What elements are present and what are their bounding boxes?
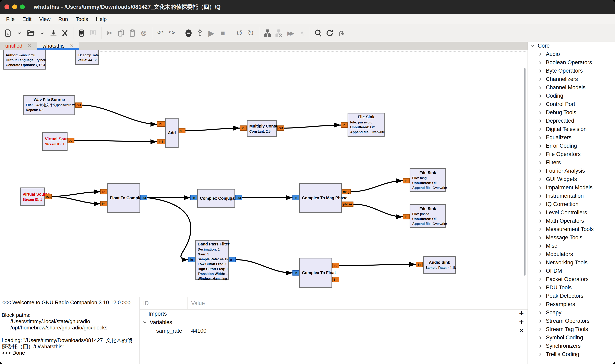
- column-header-id[interactable]: ID: [143, 300, 149, 306]
- sidebar-item-gui-widgets[interactable]: GUI Widgets: [528, 175, 615, 183]
- chevron-right-icon[interactable]: [538, 177, 543, 182]
- complex-conjugate-block[interactable]: Complex Conjugate: [197, 189, 235, 208]
- file-sink-password-block-port-in[interactable]: in: [341, 122, 348, 128]
- complex-conjugate-block-port-in[interactable]: in: [190, 195, 197, 200]
- complex-to-float-block-port-re[interactable]: re: [332, 263, 339, 268]
- fast-forward-icon[interactable]: ▶▶: [286, 27, 295, 39]
- sidebar-item-peak-detectors[interactable]: Peak Detectors: [528, 292, 615, 300]
- delete-icon[interactable]: ⊗: [139, 27, 148, 39]
- add-block[interactable]: Add: [165, 118, 179, 148]
- chevron-right-icon[interactable]: [538, 93, 543, 98]
- file-sink-mag-block[interactable]: File SinkFile: magUnbuffered: OffAppend …: [410, 168, 446, 192]
- band-pass-filter-block[interactable]: Band Pass FilterDecimation: 1Gain: 1Samp…: [195, 240, 229, 280]
- wav-file-source-block-port-out[interactable]: out: [75, 103, 82, 108]
- complex-conjugate-block-port-out[interactable]: out: [235, 195, 242, 200]
- chevron-right-icon[interactable]: [538, 310, 543, 315]
- sidebar-item-core[interactable]: Core: [528, 42, 615, 50]
- remove-variable-button[interactable]: ×: [517, 326, 525, 334]
- sidebar-item-debug-tools[interactable]: Debug Tools: [528, 108, 615, 117]
- chevron-right-icon[interactable]: [538, 127, 543, 132]
- redo-icon[interactable]: ↷: [167, 27, 177, 39]
- sidebar-item-control-port[interactable]: Control Port: [528, 100, 615, 108]
- sidebar-item-measurement-tools[interactable]: Measurement Tools: [528, 225, 615, 234]
- sidebar-item-channelizers[interactable]: Channelizers: [528, 75, 615, 83]
- undo-icon[interactable]: ↶: [156, 27, 165, 39]
- chevron-right-icon[interactable]: [538, 319, 543, 324]
- sidebar-item-audio[interactable]: Audio: [528, 50, 615, 58]
- new-dropdown-chevron-icon[interactable]: [15, 27, 24, 39]
- audio-sink-block-port-in[interactable]: in: [416, 262, 423, 267]
- add-import-button[interactable]: +: [517, 309, 525, 317]
- add-block-port-out[interactable]: out: [179, 128, 185, 133]
- new-flowgraph-icon[interactable]: [3, 27, 13, 39]
- virtual-source-1-block-port-out[interactable]: out: [67, 138, 74, 143]
- reload-blocks-icon[interactable]: [325, 27, 334, 39]
- virtual-source-2-block[interactable]: Virtual SourceStream ID: 1: [20, 187, 45, 206]
- chevron-right-icon[interactable]: [538, 118, 543, 123]
- sidebar-item-stream-operators[interactable]: Stream Operators: [528, 317, 615, 325]
- sidebar-item-modulators[interactable]: Modulators: [528, 250, 615, 259]
- flowgraph-report-icon[interactable]: [77, 27, 86, 39]
- menu-run[interactable]: Run: [58, 16, 68, 22]
- chevron-right-icon[interactable]: [538, 235, 543, 240]
- column-header-value[interactable]: Value: [191, 300, 205, 306]
- open-flowgraph-icon[interactable]: [26, 27, 35, 39]
- cut-icon[interactable]: ✂: [105, 27, 114, 39]
- multiply-const-block-port-out[interactable]: out: [277, 126, 284, 131]
- sidebar-item-resamplers[interactable]: Resamplers: [528, 300, 615, 309]
- parser-errors-icon[interactable]: [336, 27, 346, 39]
- chevron-right-icon[interactable]: [538, 227, 543, 232]
- hier-block-tree-icon[interactable]: [263, 27, 272, 39]
- wav-file-source-block[interactable]: Wav File SourceFile: ...4/新建文件夹/password…: [23, 95, 75, 115]
- kill-flowgraph-icon[interactable]: ■: [218, 27, 227, 39]
- chevron-down-icon[interactable]: [530, 43, 535, 48]
- sidebar-item-ofdm[interactable]: OFDM: [528, 267, 615, 275]
- band-pass-filter-block-port-in[interactable]: in: [188, 257, 195, 262]
- multiply-const-block-port-in[interactable]: in: [240, 126, 247, 131]
- execute-flowgraph-icon[interactable]: ▶: [207, 27, 216, 39]
- rotate-cw-icon[interactable]: ↻: [246, 27, 255, 39]
- float-to-complex-block-port-out[interactable]: out: [140, 195, 147, 200]
- chevron-right-icon[interactable]: [538, 160, 543, 165]
- sidebar-item-error-coding[interactable]: Error Coding: [528, 142, 615, 150]
- menu-edit[interactable]: Edit: [22, 16, 32, 22]
- chevron-right-icon[interactable]: [538, 294, 543, 299]
- generate-flowgraph-icon[interactable]: [195, 27, 205, 39]
- align-disabled-icon[interactable]: [297, 27, 306, 39]
- add-block-port-in0[interactable]: in0: [157, 121, 165, 127]
- chevron-right-icon[interactable]: [538, 260, 543, 265]
- sidebar-item-misc[interactable]: Misc: [528, 242, 615, 250]
- add-block-port-in1[interactable]: in1: [157, 139, 165, 144]
- chevron-right-icon[interactable]: [538, 344, 543, 349]
- view-errors-icon[interactable]: [184, 27, 193, 39]
- sidebar-item-digital-television[interactable]: Digital Television: [528, 125, 615, 133]
- sidebar-item-fourier-analysis[interactable]: Fourier Analysis: [528, 167, 615, 175]
- tab-close-icon[interactable]: ✕: [70, 43, 74, 49]
- screen-capture-icon[interactable]: [88, 27, 98, 39]
- chevron-right-icon[interactable]: [538, 302, 543, 307]
- sidebar-item-impairment-models[interactable]: Impairment Models: [528, 183, 615, 192]
- sidebar-item-filters[interactable]: Filters: [528, 158, 615, 167]
- menu-file[interactable]: File: [6, 16, 15, 22]
- tab-close-icon[interactable]: ✕: [28, 43, 32, 49]
- chevron-right-icon[interactable]: [538, 244, 543, 248]
- band-pass-filter-block-port-out[interactable]: out: [229, 257, 236, 262]
- chevron-right-icon[interactable]: [538, 252, 543, 257]
- sidebar-item-packet-operators[interactable]: Packet Operators: [528, 275, 615, 284]
- sidebar-item-boolean-operators[interactable]: Boolean Operators: [528, 58, 615, 67]
- sidebar-item-soapy[interactable]: Soapy: [528, 309, 615, 317]
- chevron-right-icon[interactable]: [538, 110, 543, 115]
- chevron-right-icon[interactable]: [538, 68, 543, 73]
- chevron-right-icon[interactable]: [538, 352, 543, 357]
- file-sink-password-block[interactable]: File SinkFile: passwordUnbuffered: OffAp…: [348, 113, 385, 137]
- tab-whatsthis[interactable]: whatsthis✕: [37, 42, 79, 50]
- add-variable-button[interactable]: +: [517, 318, 525, 326]
- file-sink-phase-block[interactable]: File SinkFile: phaseUnbuffered: OffAppen…: [410, 204, 446, 228]
- tab-untitled[interactable]: untitled✕: [0, 42, 37, 50]
- close-window-button[interactable]: [4, 4, 9, 9]
- row-value[interactable]: 44100: [191, 328, 206, 334]
- paste-icon[interactable]: [128, 27, 137, 39]
- sidebar-item-file-operators[interactable]: File Operators: [528, 150, 615, 158]
- sidebar-item-level-controllers[interactable]: Level Controllers: [528, 208, 615, 217]
- sidebar-item-coding[interactable]: Coding: [528, 92, 615, 100]
